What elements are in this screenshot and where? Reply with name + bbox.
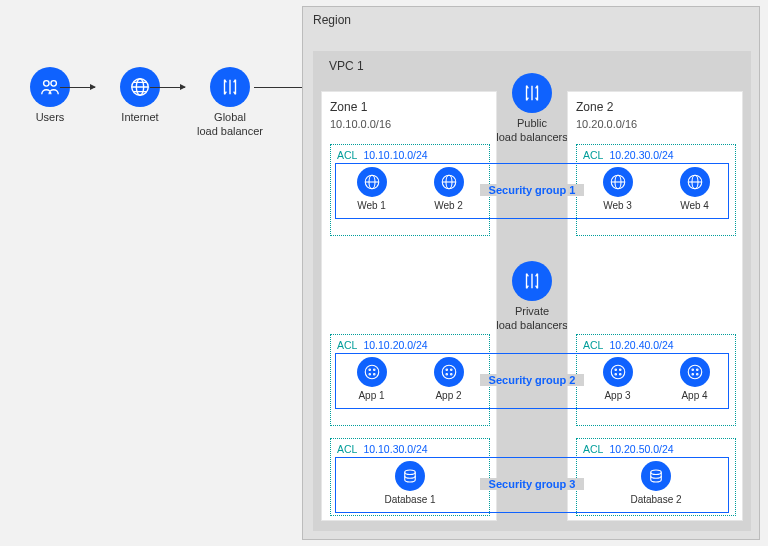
zone1-title: Zone 1 xyxy=(330,100,367,114)
acl-key: ACL xyxy=(583,443,603,455)
load-balancer-icon xyxy=(512,73,552,113)
acl-key: ACL xyxy=(337,149,357,161)
zone1-cidr: 10.10.0.0/16 xyxy=(330,118,391,130)
security-group-3: Security group 3 xyxy=(335,457,729,513)
arrow-internet-glb xyxy=(150,87,185,88)
svg-point-1 xyxy=(51,81,56,87)
sg1-label: Security group 1 xyxy=(480,184,584,196)
vpc-container: VPC 1 Public load balancers Private load… xyxy=(313,51,751,531)
acl-key: ACL xyxy=(337,443,357,455)
acl-key: ACL xyxy=(337,339,357,351)
acl-cidr: 10.20.40.0/24 xyxy=(609,339,673,351)
acl-key: ACL xyxy=(583,149,603,161)
region-container: Region VPC 1 Public load balancers Priva… xyxy=(302,6,760,540)
node-glb: Global load balancer xyxy=(190,67,270,139)
node-users: Users xyxy=(10,67,90,125)
load-balancer-icon xyxy=(210,67,250,107)
node-internet: Internet xyxy=(100,67,180,125)
acl-cidr: 10.10.10.0/24 xyxy=(363,149,427,161)
sg2-label: Security group 2 xyxy=(480,374,584,386)
zone2-title: Zone 2 xyxy=(576,100,613,114)
users-label: Users xyxy=(10,111,90,125)
sg3-label: Security group 3 xyxy=(480,478,584,490)
private-lb-label: Private load balancers xyxy=(492,305,572,333)
acl-head: ACL10.20.50.0/24 xyxy=(577,439,735,459)
zone2-cidr: 10.20.0.0/16 xyxy=(576,118,637,130)
acl-head: ACL10.20.30.0/24 xyxy=(577,145,735,165)
acl-head: ACL10.10.20.0/24 xyxy=(331,335,489,355)
svg-point-0 xyxy=(44,81,50,87)
acl-head: ACL10.10.30.0/24 xyxy=(331,439,489,459)
region-label: Region xyxy=(313,13,351,27)
acl-head: ACL10.20.40.0/24 xyxy=(577,335,735,355)
acl-key: ACL xyxy=(583,339,603,351)
node-public-lb: Public load balancers xyxy=(492,73,572,145)
load-balancer-icon xyxy=(512,261,552,301)
public-lb-label: Public load balancers xyxy=(492,117,572,145)
internet-label: Internet xyxy=(100,111,180,125)
acl-cidr: 10.10.20.0/24 xyxy=(363,339,427,351)
security-group-1: Security group 1 xyxy=(335,163,729,219)
vpc-label: VPC 1 xyxy=(329,59,364,73)
acl-cidr: 10.10.30.0/24 xyxy=(363,443,427,455)
acl-cidr: 10.20.50.0/24 xyxy=(609,443,673,455)
glb-label: Global load balancer xyxy=(190,111,270,139)
acl-cidr: 10.20.30.0/24 xyxy=(609,149,673,161)
node-private-lb: Private load balancers xyxy=(492,261,572,333)
security-group-2: Security group 2 xyxy=(335,353,729,409)
acl-head: ACL10.10.10.0/24 xyxy=(331,145,489,165)
arrow-users-internet xyxy=(60,87,95,88)
